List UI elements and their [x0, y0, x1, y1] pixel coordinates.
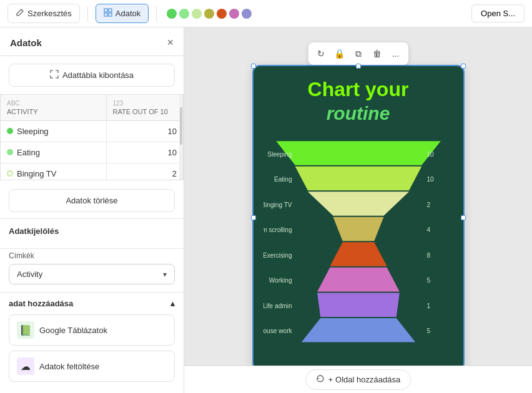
funnel-chart: Sleeping Eating Binging TV Doom scrollin… — [264, 132, 453, 359]
funnel-bar-life-admin — [317, 293, 400, 318]
resize-handle-mr[interactable] — [461, 215, 466, 220]
delete-tool-button[interactable]: 🗑 — [368, 45, 386, 62]
color-palette — [167, 9, 252, 19]
main-content: Adatok × Adattábla kibontása ABC Activit… — [0, 27, 532, 393]
label-binging: Binging TV — [264, 201, 292, 208]
funnel-bar-doom — [333, 217, 383, 241]
data-selection-section: Adatkijelölés — [0, 218, 184, 248]
svg-rect-0 — [104, 9, 107, 12]
open-button[interactable]: Open S... — [471, 4, 525, 22]
activity-cell: Eating — [1, 142, 106, 163]
table-scrollbar-thumb — [180, 107, 182, 145]
add-data-section: adat hozzáadása ▴ 📗 Google Táblázatok ☁ … — [0, 292, 184, 393]
panel-title: Adatok — [10, 37, 42, 48]
value-working: 5 — [426, 277, 430, 284]
add-page-label: + Oldal hozzáadása — [328, 375, 400, 384]
grid-icon — [104, 8, 112, 19]
edit-button[interactable]: Szerkesztés — [7, 4, 80, 23]
google-sheets-label: Google Táblázatok — [39, 326, 107, 335]
lock-tool-button[interactable]: 🔒 — [331, 45, 348, 62]
svg-rect-3 — [109, 13, 112, 16]
delete-data-button[interactable]: Adatok törlése — [9, 189, 175, 212]
data-table: ABC Activity 123 Rate out of 10 Sleeping… — [1, 95, 183, 180]
copy-tool-button[interactable]: ⧉ — [350, 45, 367, 62]
sheets-icon: 📗 — [17, 321, 34, 339]
rate-cell: 10 — [106, 121, 183, 142]
value-exercising: 8 — [426, 252, 430, 259]
top-toolbar: Szerkesztés Adatok Open S... — [0, 0, 532, 27]
upload-label: Adatok feltöltése — [39, 362, 99, 371]
color-dot-4[interactable] — [204, 9, 214, 19]
resize-handle-tr[interactable] — [461, 64, 466, 69]
color-dot-2[interactable] — [179, 9, 189, 19]
data-selection-title: Adatkijelölés — [9, 226, 175, 236]
expand-icon — [50, 70, 59, 80]
add-data-title: adat hozzáadása — [9, 299, 73, 308]
value-house-work: 5 — [426, 328, 430, 334]
expand-label: Adattábla kibontása — [62, 70, 134, 80]
resize-handle-tc[interactable] — [356, 64, 361, 69]
toolbar-divider — [87, 6, 88, 21]
label-exercising: Exercising — [264, 252, 292, 259]
label-sleeping: Sleeping — [267, 151, 292, 158]
table-row: Sleeping10 — [1, 121, 183, 142]
bottom-bar: + Oldal hozzáadása — [184, 366, 532, 393]
funnel-bar-house-work — [301, 318, 415, 342]
resize-handle-ml[interactable] — [251, 215, 256, 220]
label-eating: Eating — [273, 176, 292, 183]
value-doom: 4 — [426, 226, 430, 233]
funnel-bar-binging — [307, 192, 408, 216]
labels-section: Címkék Activity ▾ — [0, 248, 184, 292]
color-dot-3[interactable] — [192, 9, 202, 19]
google-sheets-button[interactable]: 📗 Google Táblázatok — [9, 314, 175, 346]
funnel-bar-eating — [295, 167, 421, 191]
edit-icon — [16, 8, 24, 19]
color-dot-7[interactable] — [242, 9, 252, 19]
chart-card[interactable]: ↻ 🔒 ⧉ 🗑 ... Chart your routine — [252, 65, 465, 371]
col1-header-label: Activity — [7, 108, 38, 115]
label-doom: Doom scrolling — [264, 226, 292, 233]
upload-data-button[interactable]: ☁ Adatok feltöltése — [9, 351, 175, 382]
col2-header-label: Rate out of 10 — [113, 108, 168, 115]
resize-handle-tl[interactable] — [251, 64, 256, 69]
label-selected-value: Activity — [17, 269, 42, 279]
expand-table-button[interactable]: Adattábla kibontása — [9, 64, 175, 87]
collapse-icon: ▴ — [170, 299, 175, 308]
left-panel: Adatok × Adattábla kibontása ABC Activit… — [0, 27, 184, 393]
funnel-bar-exercising — [330, 243, 387, 267]
close-button[interactable]: × — [167, 36, 174, 49]
svg-rect-2 — [104, 13, 107, 16]
more-tool-button[interactable]: ... — [387, 45, 405, 62]
toolbar-divider-2 — [156, 6, 157, 21]
label-life-admin: Life admin — [264, 303, 292, 309]
color-dot-1[interactable] — [167, 9, 177, 19]
value-life-admin: 1 — [426, 303, 430, 309]
refresh-tool-button[interactable]: ↻ — [312, 45, 330, 62]
value-eating: 10 — [426, 176, 434, 183]
activity-cell: Binging TV — [1, 163, 106, 181]
card-toolbar: ↻ 🔒 ⧉ 🗑 ... — [308, 42, 408, 65]
chart-title: Chart your — [308, 79, 409, 100]
row-color-dot — [7, 170, 13, 177]
col1-header: ABC Activity — [1, 95, 106, 121]
value-binging: 2 — [426, 201, 430, 208]
label-house-work: House work — [264, 328, 293, 334]
panel-header: Adatok × — [0, 27, 184, 56]
color-dot-5[interactable] — [217, 9, 227, 19]
data-button[interactable]: Adatok — [96, 4, 149, 23]
col2-header: 123 Rate out of 10 — [106, 95, 183, 121]
label-select[interactable]: Activity ▾ — [9, 264, 175, 284]
rate-cell: 10 — [106, 142, 183, 163]
color-dot-6[interactable] — [229, 9, 239, 19]
row-color-dot — [7, 149, 13, 155]
data-label: Adatok — [116, 9, 140, 18]
value-sleeping: 10 — [426, 151, 434, 158]
open-label: Open S... — [481, 9, 515, 18]
row-color-dot — [7, 128, 13, 134]
funnel-svg: Sleeping Eating Binging TV Doom scrollin… — [264, 132, 453, 359]
add-page-button[interactable]: + Oldal hozzáadása — [305, 369, 411, 390]
refresh-small-icon — [316, 374, 325, 385]
activity-cell: Sleeping — [1, 121, 106, 142]
add-data-header[interactable]: adat hozzáadása ▴ — [9, 299, 175, 308]
upload-icon: ☁ — [17, 357, 34, 375]
